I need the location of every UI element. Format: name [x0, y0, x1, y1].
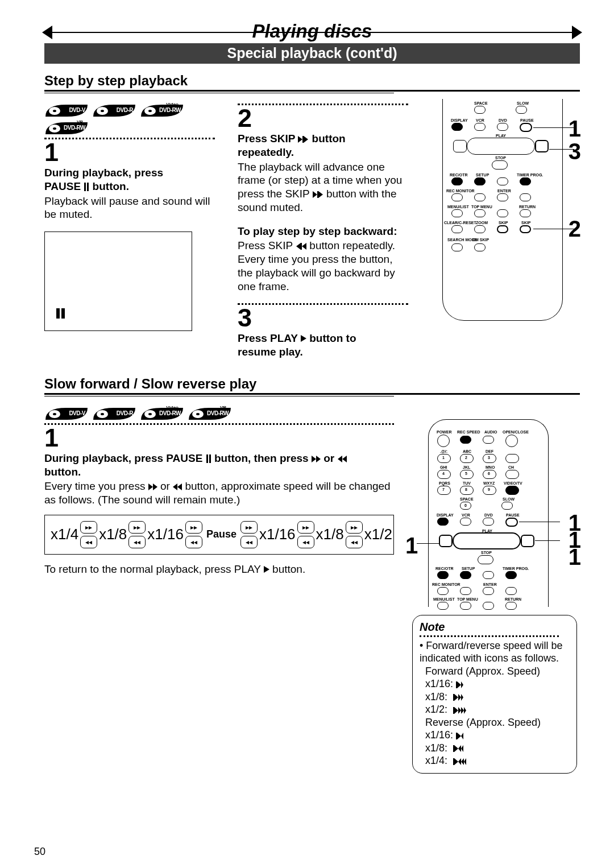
step2-body: The playback will advance one frame (or … — [238, 160, 408, 214]
step1-heading: During playback, press PAUSE button. — [44, 166, 215, 193]
svg-point-3 — [101, 110, 104, 112]
tv-screen-illustration — [44, 232, 192, 331]
svg-point-1 — [53, 110, 56, 112]
step-col-right: SPACE SLOW DISPLAY VCR DVD PAUSE PLAY ST… — [431, 99, 580, 360]
ff-button-icon: ▸▸ — [297, 521, 314, 534]
disc-badges: DVD-V DVD-R Video DVD-RW VR DVD-RW — [44, 104, 215, 135]
pause-label: Pause — [206, 528, 237, 540]
ff-button-icon: ▸▸ — [185, 521, 202, 534]
note-title: Note — [420, 620, 574, 634]
speed-label: x1/16 — [147, 526, 184, 543]
disc-badges: DVD-V DVD-R VideoDVD-RW VRDVD-RW — [44, 407, 394, 421]
step-col-mid: 2 Press SKIP button repeatedly. The play… — [238, 99, 408, 360]
slow-fwd-2-icon — [453, 691, 463, 704]
badge-dvd-rw-vr: VR DVD-RW — [44, 121, 89, 135]
svg-point-13 — [148, 413, 152, 415]
pause-icon — [84, 180, 89, 192]
slow-fwd-1-icon — [456, 677, 463, 691]
svg-point-9 — [53, 413, 56, 415]
speed-label: x1/8 — [316, 526, 344, 543]
rw-button-icon: ◂◂ — [80, 536, 97, 548]
ff-button-icon: ▸▸ — [240, 521, 258, 534]
speed-diagram: x1/4 ▸▸◂◂ x1/8 ▸▸◂◂ x1/16 ▸▸◂◂ Pause ▸▸◂… — [44, 515, 394, 555]
speed-label: x1/4 — [51, 526, 78, 543]
callout-3: 3 — [569, 139, 581, 164]
sub-banner: Special playback (cont'd) — [44, 43, 580, 64]
callout-1: 1 — [405, 533, 418, 559]
rule — [44, 393, 580, 395]
skip-backward-icon — [296, 239, 306, 251]
rw-button-icon: ◂◂ — [346, 536, 363, 548]
svg-point-7 — [53, 127, 56, 130]
slow-content-row: DVD-V DVD-R VideoDVD-RW VRDVD-RW 1 Durin… — [44, 402, 580, 774]
ff-button-icon: ▸▸ — [346, 521, 363, 534]
ff-button-icon: ▸▸ — [80, 521, 97, 534]
rewind-icon — [173, 480, 182, 492]
page-number: 50 — [34, 846, 45, 858]
slow-step1-heading: During playback, press PAUSE button, the… — [44, 452, 394, 479]
step1-number: 1 — [44, 139, 215, 165]
play-icon — [264, 566, 269, 573]
step2-backward-body: Press SKIP button repeatedly. Every time… — [238, 239, 408, 293]
rule — [44, 90, 580, 92]
rule — [44, 93, 394, 93]
rw-button-icon: ◂◂ — [185, 536, 202, 548]
pause-icon — [56, 305, 65, 320]
step-content-row: DVD-V DVD-R Video DVD-RW VR DVD-RW 1 Dur… — [44, 99, 580, 360]
slow-step1-body: Every time you press or button, approxim… — [44, 480, 394, 507]
callout-1: 1 — [569, 544, 581, 570]
rule — [44, 396, 394, 396]
rw-button-icon: ◂◂ — [128, 536, 146, 548]
badge-dvd-v: DVD-V — [44, 407, 89, 421]
slow-rev-3-icon — [453, 754, 466, 767]
remote-illustration-bottom: POWER REC SPEED AUDIO OPEN/CLOSE .@/: AB… — [428, 419, 549, 607]
step-col-left: DVD-V DVD-R Video DVD-RW VR DVD-RW 1 Dur… — [44, 99, 215, 360]
badge-dvd-rw-video: VideoDVD-RW — [140, 407, 184, 421]
rw-button-icon: ◂◂ — [297, 536, 314, 548]
skip-forward-icon — [313, 188, 323, 200]
badge-dvd-r: DVD-R — [92, 104, 136, 118]
step1-body: Playback will pause and sound will be mu… — [44, 195, 215, 222]
badge-dvd-v: DVD-V — [44, 104, 89, 118]
step3-heading: Press PLAY button to resume play. — [238, 332, 408, 359]
return-text: To return to the normal playback, press … — [44, 563, 394, 576]
badge-dvd-r: DVD-R — [92, 407, 136, 421]
svg-point-5 — [148, 110, 152, 112]
speed-label: x1/16 — [259, 526, 296, 543]
remote-illustration-top: SPACE SLOW DISPLAY VCR DVD PAUSE PLAY ST… — [442, 99, 563, 321]
slow-fwd-3-icon — [453, 703, 466, 716]
slow-rev-2-icon — [453, 742, 463, 755]
header-band: Playing discs Special playback (cont'd) — [44, 20, 580, 64]
rewind-icon — [338, 452, 347, 464]
main-title: Playing discs — [44, 20, 580, 42]
callout-1: 1 — [569, 116, 581, 142]
svg-point-11 — [101, 413, 104, 415]
slow-col-left: DVD-V DVD-R VideoDVD-RW VRDVD-RW 1 Durin… — [44, 402, 394, 774]
fast-forward-icon — [148, 480, 157, 492]
step2-number: 2 — [238, 105, 408, 131]
step2-heading: Press SKIP button repeatedly. — [238, 132, 408, 159]
slow-section-title: Slow forward / Slow reverse play — [44, 376, 580, 392]
note-body: • Forward/reverse speed will be indicate… — [420, 639, 574, 767]
speed-label: x1/8 — [99, 526, 127, 543]
skip-forward-icon — [298, 133, 309, 144]
step2-backward-heading: To play step by step back­ward: — [238, 225, 408, 238]
slow-step1-number: 1 — [44, 425, 394, 450]
step-section-title: Step by step playback — [44, 73, 580, 89]
note-box: Note • Forward/reverse speed will be ind… — [412, 615, 577, 774]
svg-point-15 — [196, 413, 200, 415]
rw-button-icon: ◂◂ — [240, 536, 258, 548]
play-icon — [301, 335, 306, 342]
slow-col-right: POWER REC SPEED AUDIO OPEN/CLOSE .@/: AB… — [417, 419, 580, 774]
ff-button-icon: ▸▸ — [128, 521, 146, 534]
step3-number: 3 — [238, 305, 408, 330]
speed-label: x1/2 — [364, 526, 392, 543]
slow-rev-1-icon — [456, 729, 463, 742]
fast-forward-icon — [312, 452, 321, 464]
pause-icon — [206, 452, 211, 464]
badge-dvd-rw-video: Video DVD-RW — [140, 104, 184, 118]
badge-dvd-rw-vr: VRDVD-RW — [188, 407, 232, 421]
